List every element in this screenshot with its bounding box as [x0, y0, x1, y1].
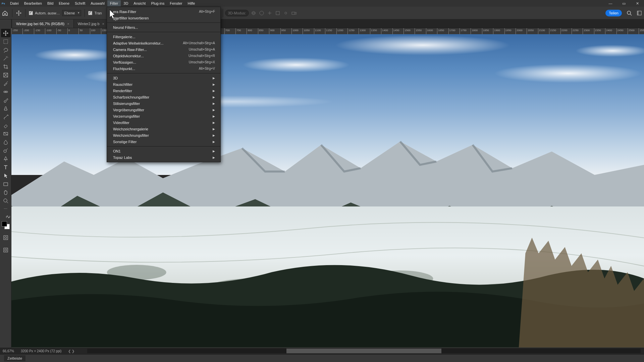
screen-mode-icon[interactable]: [1, 246, 10, 254]
menu-item-stilisierungsfilter[interactable]: Stilisierungsfilter▶: [107, 100, 220, 107]
menu-hilfe[interactable]: Hilfe: [185, 0, 198, 6]
hand-tool[interactable]: [1, 188, 10, 196]
shape-tool[interactable]: [1, 180, 10, 188]
maximize-button[interactable]: ▭: [617, 0, 631, 7]
svg-rect-5: [292, 12, 295, 14]
auto-select-checkbox[interactable]: [29, 11, 33, 15]
edit-toolbar-icon[interactable]: ⋯: [1, 205, 10, 213]
history-brush-tool[interactable]: [1, 113, 10, 121]
svg-point-19: [5, 249, 7, 251]
menu-datei[interactable]: Datei: [7, 0, 21, 6]
toolbox: ⋯: [0, 19, 11, 348]
menu-item-videofilter[interactable]: Videofilter▶: [107, 119, 220, 126]
document-tab[interactable]: Winter2.jpg b×: [74, 19, 109, 28]
orbit-icon[interactable]: [251, 10, 256, 16]
crop-tool[interactable]: [1, 62, 10, 71]
menu-item-on1[interactable]: ON1▶: [107, 148, 220, 154]
menu-item-renderfilter[interactable]: Renderfilter▶: [107, 87, 220, 94]
close-button[interactable]: ✕: [631, 0, 644, 7]
options-bar: Autom. ausw… Ebene Tran ••• 3D-Modus: Te…: [0, 7, 644, 19]
pen-tool[interactable]: [1, 155, 10, 163]
close-tab-icon[interactable]: ×: [67, 22, 69, 26]
eraser-tool[interactable]: [1, 121, 10, 129]
workspace-icon[interactable]: [637, 10, 642, 16]
swap-colors-icon[interactable]: [6, 215, 10, 219]
svg-rect-8: [637, 11, 639, 15]
gradient-tool[interactable]: [1, 129, 10, 138]
frame-tool[interactable]: [1, 71, 10, 79]
document-tabs: Winter.jpg bei 66,7% (RGB/8)×Winter2.jpg…: [0, 19, 644, 28]
menu-item-scharfzeichnungsfilter[interactable]: Scharfzeichnungsfilter▶: [107, 94, 220, 100]
home-icon[interactable]: [1, 9, 9, 17]
minimize-button[interactable]: —: [604, 0, 617, 7]
menu-item-objektivkorrektur[interactable]: Objektivkorrektur...Umschalt+Strg+R: [107, 53, 220, 59]
transform-checkbox[interactable]: [88, 11, 92, 15]
menu-fenster[interactable]: Fenster: [167, 0, 185, 6]
camera-icon[interactable]: [291, 10, 297, 16]
menu-item-verzerrungsfilter[interactable]: Verzerrungsfilter▶: [107, 113, 220, 119]
menu-item-topaz-labs[interactable]: Topaz Labs▶: [107, 154, 220, 161]
menu-item-rauschfilter[interactable]: Rauschfilter▶: [107, 81, 220, 87]
auto-select-group: Autom. ausw… Ebene: [29, 10, 81, 16]
menu-item-sonstige-filter[interactable]: Sonstige Filter▶: [107, 138, 220, 145]
menu-bild[interactable]: Bild: [45, 0, 56, 6]
move-tool[interactable]: [1, 29, 10, 37]
type-tool[interactable]: [1, 163, 10, 171]
stamp-tool[interactable]: [1, 104, 10, 113]
timeline-panel[interactable]: Zeitleiste: [0, 354, 644, 362]
lasso-tool[interactable]: [1, 46, 10, 54]
menu-item-filtergalerie[interactable]: Filtergalerie...: [107, 34, 220, 40]
brush-tool[interactable]: [1, 96, 10, 104]
svg-rect-18: [4, 248, 8, 252]
menu-item-fluchtpunkt[interactable]: Fluchtpunkt...Alt+Strg+V: [107, 65, 220, 72]
menu-auswahl[interactable]: Auswahl: [88, 0, 107, 6]
canvas[interactable]: [11, 34, 644, 348]
menu-ansicht[interactable]: Ansicht: [131, 0, 148, 6]
scale-icon[interactable]: [275, 10, 280, 16]
menu-filter[interactable]: Filter: [107, 0, 121, 6]
share-button[interactable]: Teilen: [605, 10, 622, 16]
mode-3d-label: 3D-Modus:: [225, 10, 249, 16]
menubar: DateiBearbeitenBildEbeneSchriftAuswahlFi…: [7, 0, 198, 6]
document-tab[interactable]: Winter.jpg bei 66,7% (RGB/8)×: [12, 19, 74, 28]
menu-item-neural-filters[interactable]: Neural Filters...: [107, 24, 220, 31]
horizontal-scrollbar[interactable]: [87, 349, 641, 353]
menu-item-adaptive-weitwinkelkorrektur[interactable]: Adaptive Weitwinkelkorrektur...Alt+Umsch…: [107, 40, 220, 46]
menu-item-martfilter-konvertieren[interactable]: martfilter konvertieren: [107, 15, 220, 21]
search-icon[interactable]: [627, 10, 632, 16]
marquee-tool[interactable]: [1, 37, 10, 46]
svg-rect-14: [4, 183, 8, 186]
svg-rect-3: [276, 11, 279, 15]
menu-item-vergr-berungsfilter[interactable]: Vergröberungsfilter▶: [107, 107, 220, 113]
zoom-level[interactable]: 66,67%: [3, 349, 14, 353]
close-tab-icon[interactable]: ×: [102, 22, 104, 26]
layer-select[interactable]: Ebene: [62, 10, 82, 16]
blur-tool[interactable]: [1, 138, 10, 146]
svg-point-1: [252, 12, 255, 14]
path-select-tool[interactable]: [1, 171, 10, 180]
color-swatch[interactable]: [2, 221, 10, 229]
menu-bearbeiten[interactable]: Bearbeiten: [21, 0, 45, 6]
light-icon[interactable]: [283, 10, 288, 16]
menu-ebene[interactable]: Ebene: [56, 0, 72, 6]
rotate-icon[interactable]: [267, 10, 272, 16]
healing-tool[interactable]: [1, 87, 10, 96]
menu-3d[interactable]: 3D: [121, 0, 131, 6]
menu-item-weichzeichnungsfilter[interactable]: Weichzeichnungsfilter▶: [107, 132, 220, 138]
svg-point-25: [576, 45, 644, 57]
menu-item-3d[interactable]: 3D▶: [107, 75, 220, 81]
eyedropper-tool[interactable]: [1, 79, 10, 87]
canvas-image: [11, 34, 644, 348]
menu-item-weichzeichnergalerie[interactable]: Weichzeichnergalerie▶: [107, 126, 220, 132]
magic-wand-tool[interactable]: [1, 54, 10, 62]
menu-item-verfl-ssigen[interactable]: Verflüssigen...Umschalt+Strg+X: [107, 59, 220, 65]
zoom-tool[interactable]: [1, 196, 10, 205]
window-controls: — ▭ ✕: [604, 0, 644, 7]
dodge-tool[interactable]: [1, 146, 10, 155]
quick-mask-icon[interactable]: [1, 233, 10, 242]
menu-item-camera-raw-filter[interactable]: Camera Raw-Filter...Umschalt+Strg+A: [107, 46, 220, 53]
pan-icon[interactable]: [259, 10, 264, 16]
menu-item-era-raw-filter[interactable]: era Raw-FilterAlt+Strg+F: [107, 8, 220, 15]
menu-plug-ins[interactable]: Plug-ins: [148, 0, 167, 6]
menu-schrift[interactable]: Schrift: [72, 0, 88, 6]
